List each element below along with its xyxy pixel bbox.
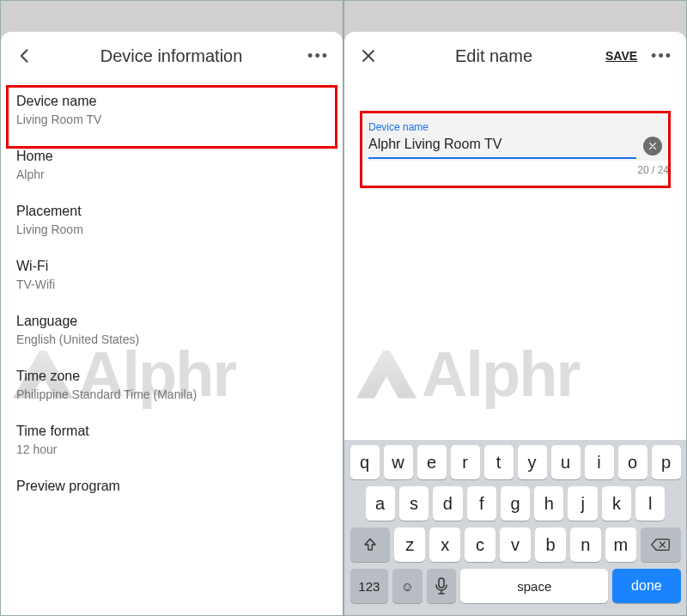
- key-row-4: 123 ☺ space done: [348, 569, 683, 603]
- item-value: 12 hour: [16, 442, 327, 456]
- key-l[interactable]: l: [635, 486, 665, 521]
- key-s[interactable]: s: [399, 486, 429, 521]
- key-b[interactable]: b: [535, 528, 566, 562]
- item-value: English (United States): [16, 332, 327, 346]
- key-row-3: z x c v b n m: [348, 528, 683, 562]
- item-label: Home: [16, 149, 327, 164]
- save-button[interactable]: SAVE: [605, 49, 637, 63]
- key-m[interactable]: m: [605, 528, 636, 562]
- page-title: Edit name: [382, 46, 605, 66]
- device-name-input[interactable]: [368, 137, 636, 159]
- item-label: Language: [16, 314, 327, 329]
- key-row-1: q w e r t y u i o p: [348, 445, 683, 479]
- key-n[interactable]: n: [570, 528, 601, 562]
- done-key[interactable]: done: [612, 569, 680, 603]
- more-icon[interactable]: •••: [304, 47, 332, 65]
- key-w[interactable]: w: [384, 445, 413, 479]
- key-j[interactable]: j: [568, 486, 597, 521]
- phone-right: Edit name SAVE ••• Alphr Device name 20 …: [344, 0, 687, 616]
- field-label: Device name: [368, 121, 662, 133]
- key-k[interactable]: k: [602, 486, 631, 521]
- key-h[interactable]: h: [534, 486, 563, 521]
- key-q[interactable]: q: [350, 445, 380, 479]
- space-key[interactable]: space: [460, 569, 608, 603]
- key-u[interactable]: u: [551, 445, 581, 479]
- key-p[interactable]: p: [652, 445, 681, 479]
- item-time-format[interactable]: Time format12 hour: [1, 413, 343, 468]
- key-c[interactable]: c: [465, 528, 495, 562]
- numbers-key[interactable]: 123: [350, 569, 389, 603]
- key-f[interactable]: f: [467, 486, 496, 521]
- item-wifi[interactable]: Wi-FiTV-Wifi: [1, 248, 343, 303]
- close-icon[interactable]: [355, 42, 382, 70]
- page-title: Device information: [39, 46, 304, 66]
- status-bar: [1, 1, 343, 32]
- item-value: Living Room: [16, 223, 327, 236]
- clear-icon[interactable]: [643, 137, 662, 156]
- item-language[interactable]: LanguageEnglish (United States): [1, 303, 343, 358]
- key-o[interactable]: o: [618, 445, 647, 479]
- key-r[interactable]: r: [451, 445, 480, 479]
- key-a[interactable]: a: [366, 486, 395, 521]
- key-v[interactable]: v: [500, 528, 531, 562]
- more-icon[interactable]: •••: [647, 47, 676, 65]
- card-right: Edit name SAVE ••• Alphr Device name 20 …: [344, 32, 686, 615]
- key-x[interactable]: x: [429, 528, 460, 562]
- item-label: Preview program: [16, 479, 327, 494]
- card-left: Device information ••• Alphr Device name…: [1, 32, 343, 615]
- key-e[interactable]: e: [417, 445, 447, 479]
- key-d[interactable]: d: [433, 486, 462, 521]
- key-g[interactable]: g: [501, 486, 530, 521]
- item-preview-program[interactable]: Preview program: [1, 468, 343, 509]
- shift-key[interactable]: [350, 528, 391, 562]
- char-counter: 20 / 24: [344, 164, 669, 176]
- key-z[interactable]: z: [394, 528, 425, 562]
- key-i[interactable]: i: [585, 445, 614, 479]
- item-label: Wi-Fi: [16, 259, 327, 274]
- item-label: Device name: [16, 94, 327, 109]
- item-device-name[interactable]: Device nameLiving Room TV: [1, 83, 343, 138]
- svg-rect-0: [439, 578, 444, 588]
- back-icon[interactable]: [11, 42, 39, 70]
- status-bar: [344, 1, 686, 32]
- item-time-zone[interactable]: Time zonePhilippine Standard Time (Manil…: [1, 358, 343, 413]
- item-value: TV-Wifi: [16, 278, 327, 291]
- phone-left: Device information ••• Alphr Device name…: [0, 0, 344, 616]
- item-label: Time zone: [16, 369, 327, 384]
- header-right: Edit name SAVE •••: [344, 32, 686, 80]
- watermark: Alphr: [344, 338, 686, 411]
- emoji-key[interactable]: ☺: [392, 569, 422, 603]
- key-t[interactable]: t: [484, 445, 514, 479]
- item-placement[interactable]: PlacementLiving Room: [1, 193, 343, 248]
- item-value: Alphr: [16, 168, 327, 181]
- header-left: Device information •••: [1, 32, 343, 80]
- item-home[interactable]: HomeAlphr: [1, 138, 343, 193]
- item-value: Philippine Standard Time (Manila): [16, 387, 327, 401]
- content-left: Alphr Device nameLiving Room TV HomeAlph…: [1, 80, 343, 615]
- item-value: Living Room TV: [16, 113, 327, 126]
- key-y[interactable]: y: [518, 445, 547, 479]
- screenshot-pair: Device information ••• Alphr Device name…: [0, 0, 687, 616]
- mic-key[interactable]: [427, 569, 456, 603]
- key-row-2: a s d f g h j k l: [348, 486, 683, 521]
- edit-field-wrap: Device name: [360, 114, 671, 161]
- backspace-key[interactable]: [641, 528, 681, 562]
- item-label: Time format: [16, 424, 327, 439]
- keyboard: q w e r t y u i o p a s d f g h: [344, 440, 686, 615]
- item-label: Placement: [16, 204, 327, 219]
